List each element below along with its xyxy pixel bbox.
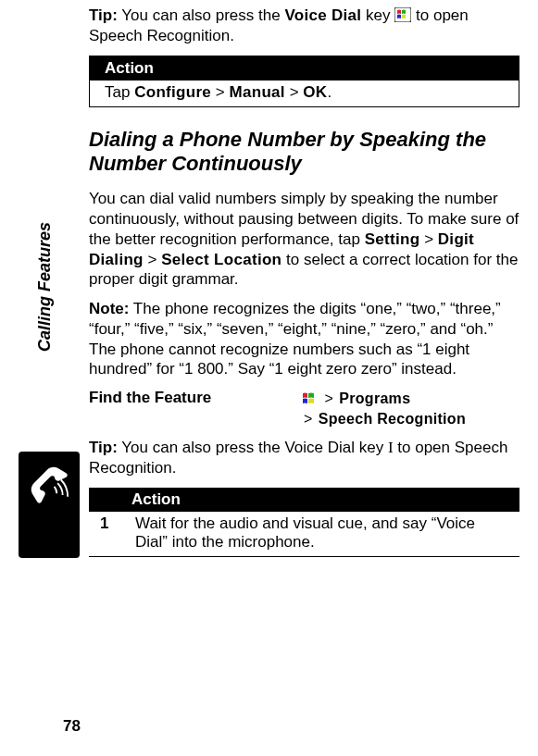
paragraph-1: You can dial valid numbers simply by spe…: [89, 189, 519, 290]
path-select-location: Select Location: [161, 251, 282, 268]
note-text: The phone recognizes the digits “one,” “…: [89, 300, 501, 378]
step-number: 1: [100, 514, 120, 552]
feature-path: > Programs > Speech Recognition: [302, 389, 466, 428]
gt: >: [419, 230, 437, 248]
path-configure: Configure: [134, 83, 211, 101]
find-the-feature-label: Find the Feature: [89, 389, 302, 407]
tip-2: Tip: You can also press the Voice Dial k…: [89, 438, 519, 478]
voice-dial-key-label: Voice Dial: [284, 6, 361, 24]
note-paragraph: Note: The phone recognizes the digits “o…: [89, 299, 519, 379]
action-table-1: Action Tap Configure > Manual > OK.: [89, 56, 519, 107]
tip-text-part2: key: [361, 6, 394, 24]
gt: >: [290, 83, 299, 101]
tip-label: Tip:: [89, 439, 118, 456]
path-setting: Setting: [365, 230, 420, 248]
path-programs: Programs: [339, 390, 410, 406]
windows-flag-icon: [302, 392, 317, 405]
step-text: Wait for the audio and visual cue, and s…: [135, 514, 508, 552]
page: Calling Features Tip: You can also press…: [0, 0, 538, 756]
tip-1: Tip: You can also press the Voice Dial k…: [89, 6, 519, 46]
page-number: 78: [63, 717, 81, 736]
tip-text-part1: You can also press the: [118, 6, 285, 24]
section-heading: Dialing a Phone Number by Speaking the N…: [89, 128, 519, 177]
windows-key-icon: [394, 7, 411, 22]
gt: >: [304, 411, 312, 427]
action-table-2: Action 1 Wait for the audio and visual c…: [89, 488, 519, 557]
sidebar-section-label: Calling Features: [35, 222, 55, 352]
find-the-feature-row: Find the Feature > Programs > Speech Rec…: [89, 389, 519, 428]
tip2-part1: You can also press the Voice Dial key: [118, 439, 388, 456]
path-ok: OK: [303, 83, 327, 101]
action-header: Action: [90, 56, 519, 81]
gt: >: [144, 251, 161, 268]
phone-icon: [29, 465, 69, 505]
tip-label: Tip:: [89, 6, 118, 24]
action-row: 1 Wait for the audio and visual cue, and…: [89, 512, 519, 557]
path-manual: Manual: [230, 83, 285, 101]
action-row: Tap Configure > Manual > OK.: [90, 81, 519, 106]
section-icon-container: [19, 452, 80, 558]
path-speech-recognition: Speech Recognition: [319, 411, 466, 427]
action-header: Action: [89, 488, 519, 512]
note-label: Note:: [89, 300, 129, 317]
gt: >: [216, 83, 225, 101]
gt: >: [324, 390, 332, 406]
action-tap: Tap: [105, 83, 134, 101]
action-text: Tap Configure > Manual > OK.: [105, 83, 332, 102]
period: .: [327, 83, 332, 101]
content-area: Tip: You can also press the Voice Dial k…: [89, 0, 519, 557]
